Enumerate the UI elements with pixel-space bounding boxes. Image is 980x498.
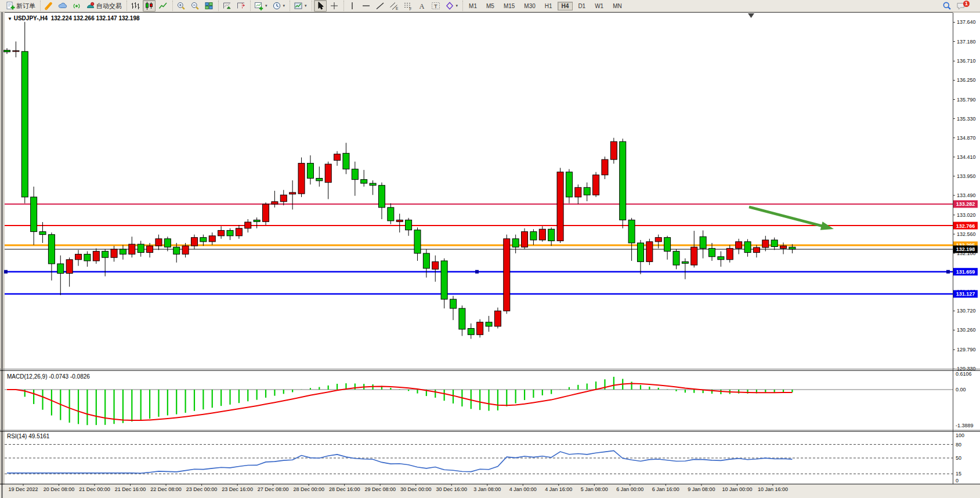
- chevron-down-icon[interactable]: ▾: [283, 3, 285, 8]
- period-clock-icon: [272, 1, 281, 10]
- svg-text:131.127: 131.127: [956, 291, 975, 297]
- fibonacci-button[interactable]: F: [402, 0, 414, 12]
- chart-shift-button[interactable]: [234, 0, 247, 12]
- search-icon: [942, 1, 952, 10]
- macd-values: -0.0743 -0.0826: [49, 373, 90, 380]
- rsi-axis-label: 50: [956, 455, 961, 461]
- candle: [494, 308, 501, 329]
- new-order-icon: [6, 1, 15, 10]
- shapes-icon: [445, 1, 454, 10]
- cloud-icon: [58, 1, 67, 10]
- price-badge-131.659: 131.659: [953, 268, 978, 275]
- label-button[interactable]: T: [429, 0, 442, 12]
- price-tick-label: 133.490: [957, 192, 976, 198]
- timeframe-d1-button[interactable]: D1: [574, 2, 590, 10]
- chart-candles-icon: [144, 1, 154, 10]
- price-tick-label: 132.560: [957, 231, 976, 237]
- timeframe-m5-button[interactable]: M5: [482, 2, 498, 10]
- chart-symbol-period: USDJPY-,H4: [14, 15, 48, 21]
- time-axis-label: 29 Dec 08:00: [364, 486, 396, 492]
- chart-title: ▼ USDJPY-,H4 132.224 132.266 132.147 132…: [8, 15, 140, 21]
- auto-scroll-icon: [222, 1, 232, 10]
- price-badge-133.282: 133.282: [953, 200, 978, 208]
- timeframe-m15-button[interactable]: M15: [500, 2, 519, 10]
- button-label: 自动交易: [96, 2, 122, 10]
- new-chart-button[interactable]: ▾: [252, 0, 269, 12]
- time-axis-label: 4 Jan 00:00: [509, 486, 537, 492]
- crayon-button[interactable]: [42, 0, 55, 12]
- time-axis-label: 6 Jan 00:00: [616, 486, 643, 492]
- time-axis-label: 28 Dec 00:00: [293, 486, 324, 492]
- chevron-down-icon[interactable]: ▾: [456, 3, 458, 8]
- chart-line-button[interactable]: [157, 0, 169, 12]
- tile-windows-button[interactable]: [202, 0, 215, 12]
- search-button[interactable]: [941, 0, 953, 12]
- crosshair-icon: [330, 1, 339, 10]
- time-axis-label: 19 Dec 2022: [8, 486, 38, 492]
- price-tick-label: 136.250: [957, 77, 976, 83]
- period-clock-button[interactable]: ▾: [270, 0, 287, 12]
- candle: [620, 139, 626, 228]
- chevron-down-icon[interactable]: ▾: [265, 3, 267, 8]
- time-axis-label: 30 Dec 16:00: [436, 486, 467, 492]
- time-axis-label: 23 Dec 00:00: [186, 486, 218, 492]
- text-button[interactable]: A: [415, 0, 428, 12]
- candle: [298, 158, 305, 197]
- rsi-axis-label: 15: [956, 471, 961, 477]
- hline-button[interactable]: [360, 0, 373, 12]
- crayon-icon: [44, 1, 53, 10]
- chart-shift-icon: [236, 1, 245, 10]
- crosshair-button[interactable]: [328, 0, 341, 12]
- timeframe-m30-button[interactable]: M30: [520, 2, 539, 10]
- timeframe-mn-button[interactable]: MN: [609, 2, 626, 10]
- chart-ohlc-values: 132.224 132.266 132.147 132.198: [51, 15, 140, 21]
- trendline-button[interactable]: [374, 0, 386, 12]
- line-selection-handle[interactable]: [4, 270, 8, 274]
- line-selection-handle[interactable]: [946, 270, 950, 274]
- new-chart-icon: [254, 1, 263, 10]
- cursor-button[interactable]: [314, 0, 327, 12]
- price-badge-132.198: 132.198: [953, 245, 978, 253]
- channel-button[interactable]: E: [388, 0, 400, 12]
- channel-icon: E: [389, 1, 399, 10]
- timeframe-m1-button[interactable]: M1: [465, 2, 481, 10]
- time-axis-label: 20 Dec 08:00: [44, 486, 75, 492]
- chat-button[interactable]: 1: [954, 0, 975, 12]
- autotrade-button[interactable]: 自动交易: [84, 0, 124, 12]
- zoom-out-button[interactable]: [189, 0, 201, 12]
- cursor-icon: [316, 1, 325, 10]
- vline-button[interactable]: [346, 0, 359, 12]
- signal-button[interactable]: [70, 0, 83, 12]
- timeframe-h4-button[interactable]: H4: [558, 2, 573, 10]
- chart-canvas[interactable]: 137.640137.180136.710136.250135.790135.3…: [0, 0, 980, 498]
- shapes-button[interactable]: ▾: [443, 0, 460, 12]
- tile-windows-icon: [204, 1, 214, 10]
- svg-text:F: F: [409, 7, 411, 11]
- svg-text:132.766: 132.766: [956, 223, 975, 229]
- line-selection-handle[interactable]: [475, 270, 479, 274]
- price-tick-label: 134.870: [957, 135, 976, 141]
- cloud-button[interactable]: [56, 0, 69, 12]
- toolbar: 新订单自动交易▾▾▾EFAT▾M1M5M15M30H1H4D1W1MN1: [0, 0, 980, 12]
- candle: [504, 235, 510, 314]
- time-axis-label: 28 Dec 16:00: [329, 486, 360, 492]
- timeframe-w1-button[interactable]: W1: [591, 2, 607, 10]
- text-icon: A: [417, 1, 426, 10]
- auto-scroll-button[interactable]: [220, 0, 233, 12]
- svg-text:A: A: [419, 2, 424, 10]
- candle: [593, 172, 599, 197]
- price-badge-132.766: 132.766: [953, 222, 978, 230]
- symbol-dropdown-icon[interactable]: ▼: [8, 16, 12, 21]
- chart-bars-button[interactable]: [129, 0, 142, 12]
- zoom-in-button[interactable]: [175, 0, 187, 12]
- templates-icon: [294, 1, 303, 10]
- timeframe-h1-button[interactable]: H1: [541, 2, 556, 10]
- chevron-down-icon[interactable]: ▾: [305, 3, 307, 8]
- new-order-button[interactable]: 新订单: [4, 0, 37, 12]
- time-axis-label: 10 Jan 16:00: [758, 486, 788, 492]
- zoom-out-icon: [190, 1, 200, 10]
- candle: [557, 168, 563, 243]
- chart-candles-button[interactable]: [143, 0, 156, 12]
- macd-indicator-label: MACD(12,26,9) -0.0743 -0.0826: [7, 373, 90, 380]
- templates-button[interactable]: ▾: [292, 0, 309, 12]
